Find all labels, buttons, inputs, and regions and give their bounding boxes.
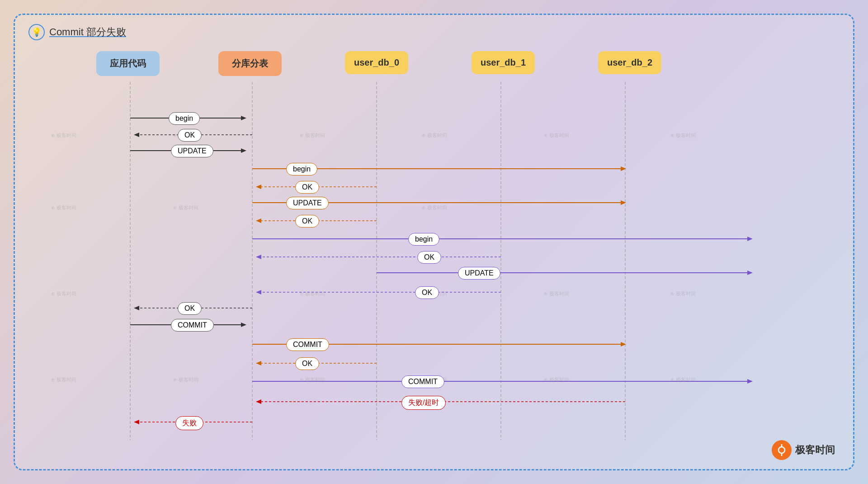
svg-text:⊕ 极客时间: ⊕ 极客时间 [544,133,569,138]
svg-marker-6 [241,116,246,120]
svg-text:⊕ 极客时间: ⊕ 极客时间 [51,205,76,210]
msg-begin-3: begin [408,233,439,246]
svg-text:⊕ 极客时间: ⊕ 极客时间 [51,377,76,382]
svg-text:⊕ 极客时间: ⊕ 极客时间 [544,291,569,296]
msg-ok-4: OK [417,251,441,264]
svg-text:⊕ 极客时间: ⊕ 极客时间 [422,133,447,138]
svg-marker-34 [256,361,261,365]
svg-text:⊕ 极客时间: ⊕ 极客时间 [173,205,198,210]
svg-marker-18 [256,218,261,223]
msg-ok-3: OK [295,215,319,228]
msg-fail-1: 失败/超时 [401,396,446,410]
svg-marker-36 [747,379,753,384]
logo-icon [772,440,792,460]
svg-marker-20 [747,237,753,241]
svg-text:⊕ 极客时间: ⊕ 极客时间 [670,291,696,296]
svg-marker-10 [241,148,246,153]
logo: 极客时间 [772,440,835,460]
svg-text:⊕ 极客时间: ⊕ 极客时间 [300,291,325,296]
msg-ok-5: OK [415,286,439,299]
svg-marker-30 [241,323,246,327]
msg-update-1: UPDATE [171,145,213,157]
msg-update-2: UPDATE [286,197,329,209]
svg-marker-38 [256,399,261,404]
svg-marker-8 [134,133,139,137]
svg-marker-22 [256,255,261,259]
msg-ok-2: OK [295,181,319,194]
svg-marker-28 [134,306,139,310]
main-container: 💡 Commit 部分失败 应用代码 分库分表 user_db_0 user_d… [14,14,854,470]
svg-text:⊕ 极客时间: ⊕ 极客时间 [300,377,325,382]
svg-marker-14 [256,185,261,189]
msg-commit-3: COMMIT [401,375,444,388]
svg-text:⊕ 极客时间: ⊕ 极客时间 [544,377,569,382]
msg-ok-7: OK [295,357,319,370]
svg-text:⊕ 极客时间: ⊕ 极客时间 [300,133,325,138]
svg-text:⊕ 极客时间: ⊕ 极客时间 [173,377,198,382]
svg-marker-40 [134,420,139,424]
svg-text:⊕ 极客时间: ⊕ 极客时间 [670,377,696,382]
svg-text:⊕ 极客时间: ⊕ 极客时间 [422,205,447,210]
msg-begin-1: begin [169,112,200,125]
msg-commit-1: COMMIT [171,319,214,332]
svg-text:⊕ 极客时间: ⊕ 极客时间 [51,133,76,138]
logo-text: 极客时间 [795,443,835,457]
svg-text:⊕ 极客时间: ⊕ 极客时间 [51,291,76,296]
msg-ok-6: OK [178,302,202,315]
msg-begin-2: begin [286,163,317,176]
svg-marker-26 [256,290,261,294]
svg-text:⊕ 极客时间: ⊕ 极客时间 [670,133,696,138]
svg-marker-24 [747,270,753,275]
msg-fail-2: 失败 [175,416,203,430]
msg-commit-2: COMMIT [286,338,329,351]
msg-ok-1: OK [178,129,202,142]
msg-update-3: UPDATE [458,267,500,280]
